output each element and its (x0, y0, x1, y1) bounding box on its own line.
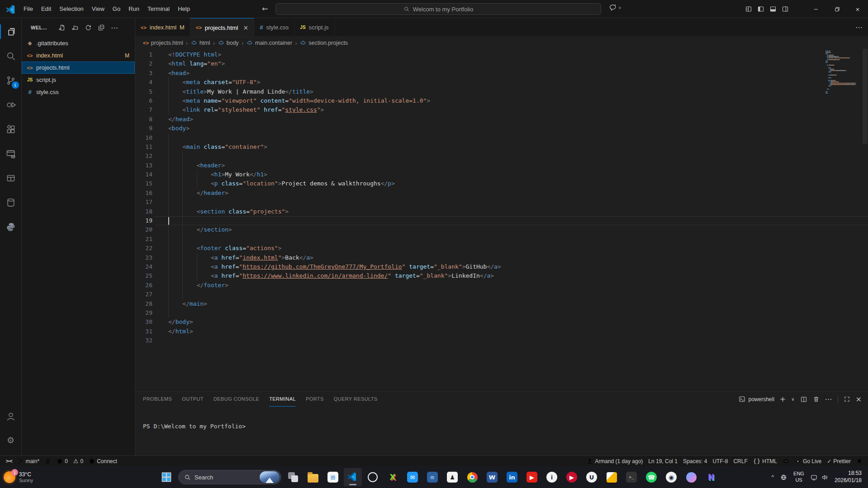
new-file-icon[interactable] (57, 23, 67, 33)
tab-script.js[interactable]: JSscript.js (294, 18, 334, 37)
customize-layout-icon[interactable] (745, 5, 752, 13)
app-game-bar[interactable]: X (384, 468, 402, 486)
code-line-30[interactable]: 30</body> (135, 317, 868, 327)
code-line-2[interactable]: 2<html lang="en"> (135, 59, 868, 68)
terminal-shell-item[interactable]: powershell (739, 396, 774, 403)
panel-tab-problems[interactable]: PROBLEMS (143, 392, 172, 407)
status-notifications[interactable] (854, 456, 865, 466)
panel-tab-output[interactable]: OUTPUT (182, 392, 204, 407)
status-blame-author[interactable]: Armand (1 day ago) (584, 456, 645, 466)
new-folder-icon[interactable] (70, 23, 80, 33)
status-sync-changes[interactable] (42, 456, 54, 466)
app-copilot-app[interactable] (682, 468, 700, 486)
minimize-button[interactable]: ─ (806, 0, 826, 18)
code-line-19[interactable]: 19 (135, 216, 868, 225)
status-connect[interactable]: Connect (86, 456, 120, 466)
activity-settings[interactable]: ⚙ (0, 430, 22, 450)
close-tab-icon[interactable]: × (243, 24, 249, 31)
taskbar-search[interactable]: Search (178, 470, 281, 484)
breadcrumb-html[interactable]: html (191, 40, 210, 46)
weather-widget[interactable]: 1 33°C Sunny (4, 471, 33, 483)
code-line-7[interactable]: 7 <link rel="stylesheet" href="style.css… (135, 105, 868, 114)
code-line-14[interactable]: 14 <h1>My Work</h1> (135, 170, 868, 179)
code-line-18[interactable]: 18 <section class="projects"> (135, 207, 868, 216)
status-language-mode[interactable]: { }HTML (750, 456, 780, 466)
split-terminal-icon[interactable] (800, 396, 807, 403)
status-remote-indicator[interactable]: >< (3, 456, 14, 466)
code-line-8[interactable]: 8</head> (135, 115, 868, 124)
code-editor[interactable]: 1<!DOCTYPE html>2<html lang="en">3<head>… (135, 49, 868, 391)
status-errors[interactable]: 0 (54, 456, 71, 466)
code-line-11[interactable]: 11 <main class="container"> (135, 142, 868, 152)
code-line-1[interactable]: 1<!DOCTYPE html> (135, 50, 868, 59)
volume-icon[interactable] (821, 474, 828, 481)
activity-search[interactable] (0, 46, 22, 66)
toggle-sidebar-icon[interactable] (757, 5, 764, 13)
code-line-27[interactable]: 27 (135, 290, 868, 299)
more-actions-icon[interactable]: ⋯ (109, 23, 119, 33)
file-style.css[interactable]: #style.css (22, 86, 135, 98)
collapse-folders-icon[interactable] (96, 23, 106, 33)
app-terminal-app[interactable]: >_ (622, 468, 640, 486)
new-terminal-icon[interactable]: + (780, 395, 786, 403)
code-line-3[interactable]: 3<head> (135, 69, 868, 78)
kill-terminal-icon[interactable] (813, 396, 820, 403)
command-center-search[interactable]: Welcom to my Portfolio (275, 3, 601, 15)
status-cursor-position[interactable]: Ln 19, Col 1 (645, 456, 680, 466)
code-line-9[interactable]: 9<body> (135, 124, 868, 133)
code-line-16[interactable]: 16 </header> (135, 189, 868, 198)
app-word[interactable]: W (483, 468, 501, 486)
app-notepad[interactable]: ≡ (423, 468, 441, 486)
app-youtube[interactable]: ▶ (523, 468, 541, 486)
status-copilot[interactable] (780, 456, 792, 466)
breadcrumb-body[interactable]: body (218, 40, 239, 46)
code-line-28[interactable]: 28 </main> (135, 299, 868, 308)
restore-button[interactable] (826, 0, 847, 18)
app-github[interactable] (364, 468, 382, 486)
code-line-23[interactable]: 23 <a href="index.html">Back</a> (135, 253, 868, 262)
minimap[interactable] (825, 51, 861, 95)
app-mail[interactable]: ✉ (403, 468, 422, 486)
clock[interactable]: 18:53 2026/01/18 (835, 470, 862, 484)
menu-go[interactable]: Go (109, 4, 124, 14)
app-file-explorer[interactable] (304, 468, 322, 486)
terminal-output[interactable]: PS D:\Welcom to my Portfolio> (135, 407, 868, 455)
status-warnings[interactable]: ⚠0 (71, 456, 86, 466)
menu-selection[interactable]: Selection (55, 4, 87, 14)
panel-tab-terminal[interactable]: TERMINAL (269, 392, 296, 407)
status-go-live[interactable]: Go Live (792, 456, 824, 466)
breadcrumb-section.projects[interactable]: section.projects (300, 40, 348, 46)
app-microsoft-store[interactable]: ⊞ (324, 468, 342, 486)
activity-run-debug[interactable] (0, 95, 22, 115)
code-line-22[interactable]: 22 <footer class="actions"> (135, 244, 868, 253)
toggle-secondary-sidebar-icon[interactable] (782, 5, 789, 13)
code-line-15[interactable]: 15 <p class="location">Project demos & w… (135, 179, 868, 188)
file-index.html[interactable]: <>index.htmlM (22, 49, 135, 62)
app-chrome[interactable] (463, 468, 481, 486)
tab-projects.html[interactable]: <>projects.html× (190, 18, 254, 37)
app-white-app[interactable]: ♟ (443, 468, 461, 486)
back-icon[interactable]: ← (262, 5, 268, 13)
tray-globe-icon[interactable] (780, 474, 787, 481)
activity-remote-explorer[interactable] (0, 144, 22, 164)
tab-style.css[interactable]: #style.css (254, 18, 294, 37)
code-line-12[interactable]: 12 (135, 152, 868, 161)
activity-database[interactable] (0, 193, 22, 213)
tab-index.html[interactable]: <>index.htmlM (135, 18, 190, 37)
maximize-panel-icon[interactable] (844, 396, 850, 403)
breadcrumb-projects.html[interactable]: <>projects.html (143, 40, 183, 46)
file-.gitattributes[interactable]: ◆.gitattributes (22, 37, 135, 49)
panel-tab-ports[interactable]: PORTS (306, 392, 324, 407)
start-button[interactable] (157, 468, 175, 486)
panel-tab-query-results[interactable]: QUERY RESULTS (334, 392, 378, 407)
app-linkedin[interactable]: in (503, 468, 521, 486)
menu-view[interactable]: View (88, 4, 109, 14)
app-media-player[interactable]: ▶ (563, 468, 581, 486)
code-line-17[interactable]: 17 (135, 198, 868, 207)
toggle-panel-icon[interactable] (769, 5, 777, 13)
explorer-title[interactable]: WEL... (31, 25, 47, 30)
activity-python[interactable] (0, 217, 22, 237)
terminal-dropdown-icon[interactable]: ∨ (791, 397, 794, 402)
app-task-view[interactable] (284, 468, 302, 486)
code-line-4[interactable]: 4 <meta charset="UTF-8"> (135, 78, 868, 87)
